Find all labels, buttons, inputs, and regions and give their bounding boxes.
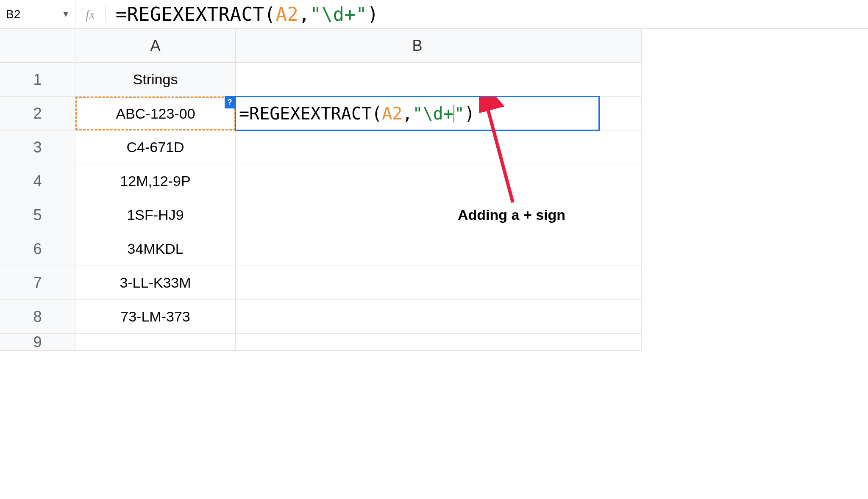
cell-B3[interactable] bbox=[236, 130, 599, 164]
formula-bar: B2 ▼ fx =REGEXEXTRACT ( A2 , " \d+ " ) bbox=[0, 0, 868, 29]
cell-A2[interactable]: ABC-123-00 bbox=[75, 97, 236, 130]
cell-A1[interactable]: Strings bbox=[75, 63, 236, 97]
cell-formula-comma: , bbox=[402, 104, 412, 123]
row-header-6[interactable]: 6 bbox=[0, 232, 75, 266]
cell-B8[interactable] bbox=[236, 300, 599, 334]
row-header-5[interactable]: 5 bbox=[0, 198, 75, 232]
cell-A9[interactable] bbox=[75, 334, 236, 351]
cell-A4[interactable]: 12M,12-9P bbox=[75, 164, 236, 198]
cell-B4[interactable] bbox=[236, 164, 599, 198]
cell-formula-quote2: " bbox=[454, 104, 465, 123]
col-header-A[interactable]: A bbox=[75, 29, 236, 63]
select-all-corner[interactable] bbox=[0, 29, 75, 63]
cell-C2[interactable] bbox=[599, 97, 642, 130]
cell-C5[interactable] bbox=[599, 198, 642, 232]
cell-B2[interactable]: ? =REGEXEXTRACT ( A2 , " \d+ " ) bbox=[236, 97, 599, 130]
cell-formula-regex: \d+ bbox=[423, 104, 453, 123]
formula-token-ref: A2 bbox=[276, 3, 299, 25]
formula-token-func: =REGEXEXTRACT bbox=[116, 3, 264, 25]
cell-A6[interactable]: 34MKDL bbox=[75, 232, 236, 266]
name-box[interactable]: B2 ▼ bbox=[0, 0, 75, 28]
cell-A3[interactable]: C4-671D bbox=[75, 130, 236, 164]
formula-token-paren-close: ) bbox=[367, 3, 379, 25]
formula-help-badge[interactable]: ? bbox=[225, 96, 235, 108]
formula-token-regex: \d+ bbox=[322, 3, 356, 25]
name-box-value: B2 bbox=[6, 8, 20, 21]
cell-B2-formula: =REGEXEXTRACT ( A2 , " \d+ " ) bbox=[236, 104, 599, 123]
cell-B7[interactable] bbox=[236, 266, 599, 300]
spreadsheet-grid[interactable]: A B 1 Strings 2 ABC-123-00 ? =REGEXEXTRA… bbox=[0, 29, 868, 351]
sheet-area: A B 1 Strings 2 ABC-123-00 ? =REGEXEXTRA… bbox=[0, 29, 868, 351]
cell-formula-paren-close: ) bbox=[465, 104, 475, 123]
cell-formula-quote1: " bbox=[412, 104, 423, 123]
col-header-extra[interactable] bbox=[599, 29, 642, 63]
cell-formula-func: =REGEXEXTRACT bbox=[239, 104, 372, 123]
cell-A8[interactable]: 73-LM-373 bbox=[75, 300, 236, 334]
cell-C7[interactable] bbox=[599, 266, 642, 300]
fx-divider bbox=[105, 6, 106, 22]
name-box-dropdown-icon[interactable]: ▼ bbox=[61, 9, 70, 19]
cell-formula-paren-open: ( bbox=[372, 104, 382, 123]
cell-A7[interactable]: 3-LL-K33M bbox=[75, 266, 236, 300]
cell-formula-ref: A2 bbox=[382, 104, 402, 123]
formula-token-quote2: " bbox=[356, 3, 367, 25]
formula-token-paren-open: ( bbox=[264, 3, 276, 25]
row-header-7[interactable]: 7 bbox=[0, 266, 75, 300]
cell-B1[interactable] bbox=[236, 63, 599, 97]
cell-C1[interactable] bbox=[599, 63, 642, 97]
formula-input[interactable]: =REGEXEXTRACT ( A2 , " \d+ " ) bbox=[116, 3, 868, 25]
cell-C4[interactable] bbox=[599, 164, 642, 198]
cell-B6[interactable] bbox=[236, 232, 599, 266]
row-header-9[interactable]: 9 bbox=[0, 334, 75, 351]
cell-C9[interactable] bbox=[599, 334, 642, 351]
annotation-label: Adding a + sign bbox=[458, 207, 565, 223]
row-header-3[interactable]: 3 bbox=[0, 130, 75, 164]
formula-token-comma: , bbox=[299, 3, 310, 25]
cell-A5[interactable]: 1SF-HJ9 bbox=[75, 198, 236, 232]
row-header-8[interactable]: 8 bbox=[0, 300, 75, 334]
col-header-B[interactable]: B bbox=[236, 29, 599, 63]
row-header-2[interactable]: 2 bbox=[0, 97, 75, 130]
cell-B9[interactable] bbox=[236, 334, 599, 351]
row-header-1[interactable]: 1 bbox=[0, 63, 75, 97]
cell-C8[interactable] bbox=[599, 300, 642, 334]
cell-C3[interactable] bbox=[599, 130, 642, 164]
formula-token-quote1: " bbox=[310, 3, 322, 25]
row-header-4[interactable]: 4 bbox=[0, 164, 75, 198]
cell-C6[interactable] bbox=[599, 232, 642, 266]
fx-label: fx bbox=[75, 7, 105, 22]
